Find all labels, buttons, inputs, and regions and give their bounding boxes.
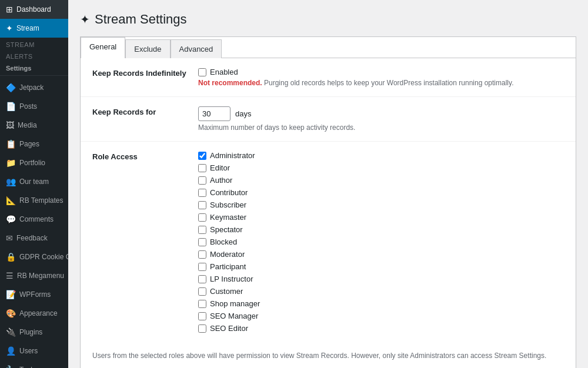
portfolio-icon: 📁 bbox=[6, 158, 16, 168]
keep-records-checkbox-row: Enabled bbox=[198, 68, 564, 76]
keep-records-days-input[interactable]: 30 bbox=[198, 106, 230, 121]
keep-records-indefinitely-checkbox-label[interactable]: Enabled bbox=[210, 68, 238, 76]
role-seo-manager-label[interactable]: SEO Manager bbox=[210, 312, 258, 320]
sidebar-item-posts[interactable]: 📄 Posts bbox=[0, 97, 68, 116]
keep-records-for-row: Keep Records for 30 days Maximum number … bbox=[81, 97, 576, 142]
sidebar-label: Our team bbox=[19, 178, 49, 186]
posts-icon: 📄 bbox=[6, 102, 16, 111]
role-contributor-label[interactable]: Contributor bbox=[210, 188, 248, 197]
role-keymaster-label[interactable]: Keymaster bbox=[210, 213, 246, 222]
sidebar-item-wpforms[interactable]: 📝 WPForms bbox=[0, 285, 68, 304]
role-subscriber: Subscriber bbox=[198, 200, 564, 209]
sidebar-item-gdpr[interactable]: 🔒 GDPR Cookie Consent bbox=[0, 247, 68, 266]
role-shop-manager-checkbox[interactable] bbox=[198, 300, 206, 308]
sidebar-item-dashboard[interactable]: ⊞ Dashboard bbox=[0, 0, 68, 19]
role-seo-editor-label[interactable]: SEO Editor bbox=[210, 324, 248, 333]
feedback-icon: ✉ bbox=[6, 233, 13, 243]
sidebar-item-jetpack[interactable]: 🔷 Jetpack bbox=[0, 78, 68, 97]
role-editor-checkbox[interactable] bbox=[198, 164, 206, 172]
sidebar: ⊞ Dashboard ✦ Stream Stream Alerts Setti… bbox=[0, 0, 68, 368]
sidebar-item-rb-megamenu[interactable]: ☰ RB Megamenu bbox=[0, 266, 68, 285]
jetpack-icon: 🔷 bbox=[6, 83, 16, 92]
tab-exclude[interactable]: Exclude bbox=[125, 39, 170, 58]
role-author-label[interactable]: Author bbox=[210, 176, 232, 185]
sidebar-item-rb-templates[interactable]: 📐 RB Templates bbox=[0, 191, 68, 210]
role-lp-instructor-label[interactable]: LP Instructor bbox=[210, 275, 253, 283]
keep-records-indefinitely-checkbox[interactable] bbox=[198, 68, 206, 76]
tools-icon: 🔧 bbox=[6, 365, 16, 368]
page-title-text: Stream Settings bbox=[95, 12, 187, 27]
role-grid: Administrator Editor Author Contrib bbox=[198, 151, 564, 335]
role-seo-manager-checkbox[interactable] bbox=[198, 312, 206, 320]
sidebar-label: Dashboard bbox=[16, 5, 51, 14]
role-seo-editor: SEO Editor bbox=[198, 324, 564, 333]
sidebar-label: RB Megamenu bbox=[17, 272, 64, 280]
role-author-checkbox[interactable] bbox=[198, 176, 206, 185]
sidebar-item-plugins[interactable]: 🔌 Plugins bbox=[0, 323, 68, 342]
sidebar-label: Stream bbox=[16, 24, 39, 32]
role-lp-instructor: LP Instructor bbox=[198, 275, 564, 283]
sidebar-item-stream[interactable]: ✦ Stream bbox=[0, 19, 68, 38]
role-keymaster-checkbox[interactable] bbox=[198, 213, 206, 222]
role-lp-instructor-checkbox[interactable] bbox=[198, 275, 206, 283]
role-spectator: Spectator bbox=[198, 225, 564, 234]
sidebar-item-feedback[interactable]: ✉ Feedback bbox=[0, 229, 68, 247]
dashboard-icon: ⊞ bbox=[6, 5, 13, 14]
role-contributor-checkbox[interactable] bbox=[198, 189, 206, 197]
not-recommended-text: Not recommended. bbox=[198, 79, 262, 87]
sidebar-item-comments[interactable]: 💬 Comments bbox=[0, 210, 68, 229]
sidebar-label: Comments bbox=[19, 215, 54, 223]
sidebar-label: Users bbox=[19, 347, 38, 355]
role-blocked-checkbox[interactable] bbox=[198, 238, 206, 246]
stream-settings-icon: ✦ bbox=[80, 12, 90, 26]
keep-records-description-text: Purging old records helps to keep your W… bbox=[262, 79, 514, 87]
settings-form: Keep Records Indefinitely Enabled Not re… bbox=[81, 58, 576, 344]
role-seo-editor-checkbox[interactable] bbox=[198, 324, 206, 333]
tab-general[interactable]: General bbox=[81, 37, 125, 58]
appearance-icon: 🎨 bbox=[6, 309, 16, 318]
page-title: ✦ Stream Settings bbox=[80, 12, 576, 27]
role-shop-manager-label[interactable]: Shop manager bbox=[210, 299, 260, 308]
role-access-content: Administrator Editor Author Contrib bbox=[198, 151, 564, 335]
sidebar-item-appearance[interactable]: 🎨 Appearance bbox=[0, 304, 68, 323]
sidebar-item-tools[interactable]: 🔧 Tools bbox=[0, 360, 68, 368]
rb-megamenu-icon: ☰ bbox=[6, 271, 14, 280]
sidebar-group-alerts: Alerts bbox=[0, 49, 68, 61]
role-subscriber-checkbox[interactable] bbox=[198, 201, 206, 209]
role-spectator-checkbox[interactable] bbox=[198, 226, 206, 234]
role-customer-checkbox[interactable] bbox=[198, 287, 206, 296]
role-moderator-checkbox[interactable] bbox=[198, 250, 206, 259]
role-moderator-label[interactable]: Moderator bbox=[210, 250, 245, 259]
sidebar-item-our-team[interactable]: 👥 Our team bbox=[0, 172, 68, 191]
sidebar-label: Jetpack bbox=[19, 83, 44, 92]
tab-advanced[interactable]: Advanced bbox=[171, 39, 222, 58]
rb-templates-icon: 📐 bbox=[6, 196, 16, 205]
role-editor-label[interactable]: Editor bbox=[210, 163, 230, 172]
role-access-label: Role Access bbox=[92, 151, 186, 161]
role-spectator-label[interactable]: Spectator bbox=[210, 225, 243, 234]
role-participant-label[interactable]: Participant bbox=[210, 262, 246, 271]
sidebar-label: Feedback bbox=[16, 234, 48, 242]
role-participant-checkbox[interactable] bbox=[198, 263, 206, 271]
role-customer-label[interactable]: Customer bbox=[210, 287, 243, 296]
sidebar-item-users[interactable]: 👤 Users bbox=[0, 342, 68, 360]
wpforms-icon: 📝 bbox=[6, 290, 16, 299]
users-icon: 👤 bbox=[6, 346, 16, 356]
sidebar-label: Portfolio bbox=[19, 159, 45, 167]
sidebar-item-media[interactable]: 🖼 Media bbox=[0, 116, 68, 135]
sidebar-label: Pages bbox=[19, 140, 39, 148]
sidebar-item-portfolio[interactable]: 📁 Portfolio bbox=[0, 153, 68, 172]
our-team-icon: 👥 bbox=[6, 177, 16, 186]
role-contributor: Contributor bbox=[198, 188, 564, 197]
main-content: ✦ Stream Settings General Exclude Advanc… bbox=[68, 0, 588, 368]
role-subscriber-label[interactable]: Subscriber bbox=[210, 200, 246, 209]
role-administrator-label[interactable]: Administrator bbox=[210, 151, 255, 160]
role-administrator-checkbox[interactable] bbox=[198, 152, 206, 160]
role-blocked-label[interactable]: Blocked bbox=[210, 237, 237, 246]
sidebar-group-stream: Stream bbox=[0, 38, 68, 49]
role-blocked: Blocked bbox=[198, 237, 564, 246]
days-label: days bbox=[235, 109, 251, 118]
sidebar-item-pages[interactable]: 📋 Pages bbox=[0, 135, 68, 153]
role-editor: Editor bbox=[198, 163, 564, 172]
pages-icon: 📋 bbox=[6, 139, 16, 149]
